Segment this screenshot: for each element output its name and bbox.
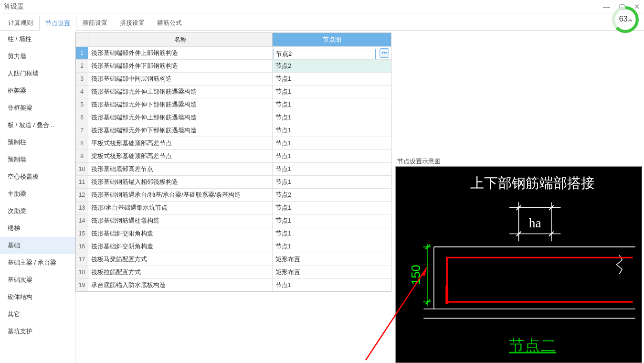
row-diagram[interactable]: 节点1 xyxy=(273,163,391,175)
row-index[interactable]: 1 xyxy=(76,47,88,59)
row-name[interactable]: 筏形基础钢筋锚入相邻筏板构造 xyxy=(88,176,273,188)
row-index[interactable]: 5 xyxy=(76,98,88,111)
minimize-icon[interactable]: — xyxy=(603,2,610,11)
row-diagram[interactable]: 节点2 xyxy=(273,60,391,72)
header-diagram[interactable]: 节点图 xyxy=(273,33,391,46)
row-name[interactable]: 筏形基础端部无外伸上部钢筋遇墙构造 xyxy=(88,111,273,124)
row-index[interactable]: 7 xyxy=(76,124,88,137)
row-index[interactable]: 17 xyxy=(76,253,88,266)
table-row[interactable]: 15筏形基础斜交阳角构造节点1 xyxy=(76,227,391,240)
table-row[interactable]: 1筏形基础端部外伸上部钢筋构造••• xyxy=(76,46,391,59)
row-diagram[interactable]: 节点1 xyxy=(273,137,391,149)
row-index[interactable]: 18 xyxy=(76,266,88,278)
table-row[interactable]: 10筏形基础底部高差节点节点1 xyxy=(76,162,391,175)
row-diagram[interactable]: 节点1 xyxy=(273,111,391,124)
row-diagram[interactable]: 节点1 xyxy=(273,214,391,227)
row-name[interactable]: 筏形基础端部无外伸下部钢筋遇梁构造 xyxy=(88,98,273,111)
row-diagram[interactable]: 节点1 xyxy=(273,176,391,188)
row-index[interactable]: 2 xyxy=(76,60,88,72)
row-index[interactable]: 13 xyxy=(76,202,88,214)
sidebar-item[interactable]: 基础主梁 / 承台梁 xyxy=(0,254,75,271)
row-index[interactable]: 3 xyxy=(76,73,88,85)
table-row[interactable]: 4筏形基础端部无外伸上部钢筋遇梁构造节点1 xyxy=(76,85,391,98)
table-row[interactable]: 19承台底筋锚入防水底板构造节点1 xyxy=(76,278,391,291)
row-index[interactable]: 6 xyxy=(76,111,88,124)
row-diagram[interactable]: 节点1 xyxy=(273,240,391,253)
tab-node-settings[interactable]: 节点设置 xyxy=(39,16,76,31)
row-diagram[interactable]: 节点2 xyxy=(273,189,391,201)
sidebar-item[interactable]: 主肋梁 xyxy=(0,185,75,203)
row-name[interactable]: 筏形/承台基础遇集水坑节点 xyxy=(88,202,273,214)
sidebar-item[interactable]: 基础 xyxy=(0,237,75,254)
table-row[interactable]: 5筏形基础端部无外伸下部钢筋遇梁构造节点1 xyxy=(76,98,391,111)
tab-stirrup-formula[interactable]: 箍筋公式 xyxy=(151,15,188,30)
sidebar-item[interactable]: 预制墙 xyxy=(0,151,75,168)
row-index[interactable]: 4 xyxy=(76,85,88,98)
row-index[interactable]: 12 xyxy=(76,189,88,201)
sidebar-item[interactable]: 非框架梁 xyxy=(0,99,75,117)
table-row[interactable]: 7筏形基础端部无外伸下部钢筋遇墙构造节点1 xyxy=(76,124,391,137)
row-name[interactable]: 筏形基础端部无外伸上部钢筋遇梁构造 xyxy=(88,85,273,98)
sidebar-item[interactable]: 预制柱 xyxy=(0,134,75,151)
row-diagram[interactable]: 节点1 xyxy=(273,85,391,98)
sidebar-item[interactable]: 基坑支护 xyxy=(0,323,75,340)
sidebar-item[interactable]: 人防门框墙 xyxy=(0,65,75,82)
row-name[interactable]: 筏形基础端部中间层钢筋构造 xyxy=(88,73,273,85)
table-row[interactable]: 3筏形基础端部中间层钢筋构造节点1 xyxy=(76,72,391,85)
row-index[interactable]: 14 xyxy=(76,214,88,227)
row-index[interactable]: 16 xyxy=(76,240,88,253)
row-index[interactable]: 15 xyxy=(76,227,88,240)
row-diagram[interactable]: 节点1 xyxy=(273,124,391,137)
sidebar-item[interactable]: 次肋梁 xyxy=(0,203,75,220)
sidebar-item[interactable]: 剪力墙 xyxy=(0,48,75,65)
ellipsis-button[interactable]: ••• xyxy=(380,48,389,58)
header-name[interactable]: 名称 xyxy=(88,33,273,46)
row-name[interactable]: 筏形基础斜交阴角构造 xyxy=(88,240,273,253)
sidebar-item[interactable]: 砌体结构 xyxy=(0,288,75,306)
row-index[interactable]: 11 xyxy=(76,176,88,188)
row-diagram[interactable]: 节点1 xyxy=(273,202,391,214)
tab-stirrup-settings[interactable]: 箍筋设置 xyxy=(76,15,114,30)
tab-splice-settings[interactable]: 搭接设置 xyxy=(114,15,151,30)
row-diagram[interactable]: 矩形布置 xyxy=(273,266,391,278)
row-name[interactable]: 梁板式筏形基础顶部高差节点 xyxy=(88,150,273,162)
row-index[interactable]: 19 xyxy=(76,279,88,291)
sidebar-item[interactable]: 板 / 坡道 / 叠合... xyxy=(0,117,75,134)
row-diagram[interactable]: 节点1 xyxy=(273,73,391,85)
row-name[interactable]: 筏形基础端部外伸下部钢筋构造 xyxy=(88,60,273,72)
row-name[interactable]: 筏形基础端部外伸上部钢筋构造 xyxy=(88,47,273,59)
row-diagram[interactable]: 节点1 xyxy=(273,98,391,111)
table-row[interactable]: 2筏形基础端部外伸下部钢筋构造节点2 xyxy=(76,59,391,72)
row-diagram[interactable]: 节点1 xyxy=(273,279,391,291)
sidebar-item[interactable]: 柱 / 墙柱 xyxy=(0,31,75,48)
row-name[interactable]: 承台底筋锚入防水底板构造 xyxy=(88,279,273,291)
row-name[interactable]: 筏板马凳筋配置方式 xyxy=(88,253,273,266)
sidebar-item[interactable]: 其它 xyxy=(0,306,75,323)
row-name[interactable]: 平板式筏形基础顶部高差节点 xyxy=(88,137,273,149)
sidebar-item[interactable]: 基础次梁 xyxy=(0,271,75,288)
row-diagram[interactable]: 节点1 xyxy=(273,150,391,162)
row-name[interactable]: 筏形基础钢筋遇柱墩构造 xyxy=(88,214,273,227)
sidebar-item[interactable]: 楼梯 xyxy=(0,220,75,237)
diagram-input[interactable] xyxy=(274,49,376,59)
table-row[interactable]: 12筏形基础钢筋遇承台/独基/承台梁/基础联系梁/条基构造节点2 xyxy=(76,188,391,201)
table-row[interactable]: 14筏形基础钢筋遇柱墩构造节点1 xyxy=(76,214,391,227)
table-row[interactable]: 16筏形基础斜交阴角构造节点1 xyxy=(76,240,391,253)
row-diagram[interactable]: 矩形布置 xyxy=(273,253,391,266)
row-name[interactable]: 筏板拉筋配置方式 xyxy=(88,266,273,278)
row-index[interactable]: 9 xyxy=(76,150,88,162)
row-name[interactable]: 筏形基础底部高差节点 xyxy=(88,163,273,175)
row-index[interactable]: 10 xyxy=(76,163,88,175)
row-name[interactable]: 筏形基础钢筋遇承台/独基/承台梁/基础联系梁/条基构造 xyxy=(88,189,273,201)
row-name[interactable]: 筏形基础斜交阳角构造 xyxy=(88,227,273,240)
table-row[interactable]: 18筏板拉筋配置方式矩形布置 xyxy=(76,266,391,278)
row-diagram[interactable]: ••• xyxy=(273,47,391,59)
table-row[interactable]: 13筏形/承台基础遇集水坑节点节点1 xyxy=(76,201,391,214)
table-row[interactable]: 9梁板式筏形基础顶部高差节点节点1 xyxy=(76,149,391,162)
sidebar-item[interactable]: 空心楼盖板 xyxy=(0,168,75,185)
tab-calc-rule[interactable]: 计算规则 xyxy=(2,15,39,30)
row-index[interactable]: 8 xyxy=(76,137,88,149)
row-diagram[interactable]: 节点1 xyxy=(273,227,391,240)
row-name[interactable]: 筏形基础端部无外伸下部钢筋遇墙构造 xyxy=(88,124,273,137)
table-row[interactable]: 17筏板马凳筋配置方式矩形布置 xyxy=(76,253,391,266)
